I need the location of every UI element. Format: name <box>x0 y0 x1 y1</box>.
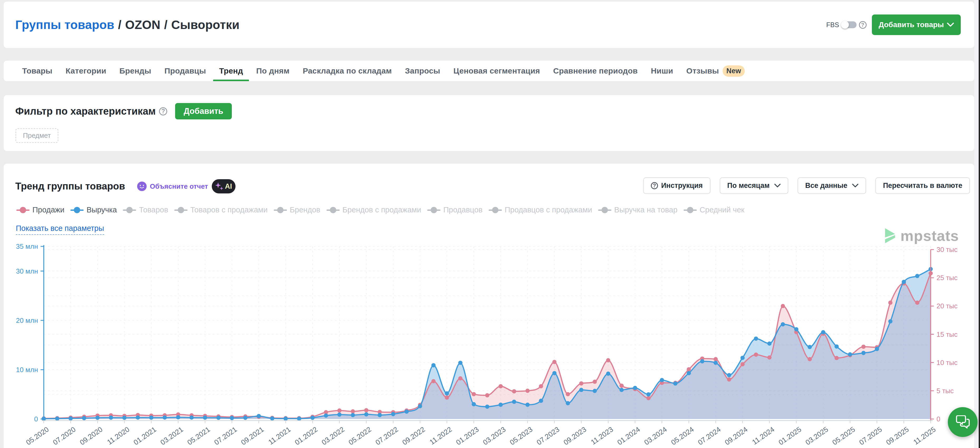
legend-marker <box>70 207 84 213</box>
breadcrumb: Группы товаров/OZON/Сыворотки <box>15 17 239 32</box>
tab-label: По дням <box>256 67 289 75</box>
trend-control-label: Инструкция <box>661 181 703 190</box>
svg-text:03.2021: 03.2021 <box>159 425 185 447</box>
sparkles-icon <box>215 182 224 191</box>
trend-control-2[interactable]: По месяцам <box>720 177 789 194</box>
legend-label: Продавцов с продажами <box>505 205 592 214</box>
tab-11[interactable]: Ниши <box>644 60 679 81</box>
filter-chip-subject[interactable]: Предмет <box>16 128 58 143</box>
tab-3[interactable]: Бренды <box>113 60 158 81</box>
fbs-toggle[interactable] <box>841 21 857 28</box>
svg-text:25 тыс: 25 тыс <box>937 274 958 282</box>
help-icon: ? <box>651 182 658 189</box>
legend-item-10[interactable]: Средний чек <box>684 205 745 214</box>
legend-item-3[interactable]: Товаров <box>123 205 168 214</box>
svg-text:03.2022: 03.2022 <box>320 425 346 447</box>
svg-text:30 млн: 30 млн <box>16 267 38 275</box>
tab-label: Продавцы <box>164 67 206 75</box>
svg-text:0: 0 <box>34 415 38 423</box>
chart-legend: ПродажиВыручкаТоваровТоваров с продажами… <box>16 205 955 214</box>
tab-6[interactable]: По дням <box>250 60 296 81</box>
svg-text:11.2020: 11.2020 <box>106 425 131 446</box>
chevron-down-icon <box>947 23 954 27</box>
legend-marker <box>123 207 136 213</box>
explain-report-link[interactable]: Объясните отчет <box>150 183 208 191</box>
fbs-toggle-knob <box>841 21 849 29</box>
svg-text:05.2024: 05.2024 <box>670 425 695 447</box>
legend-item-8[interactable]: Продавцов с продажами <box>489 205 592 214</box>
trend-control-1[interactable]: ?Инструкция <box>643 177 711 194</box>
assistant-smiley-icon[interactable] <box>137 181 146 191</box>
filter-help-icon[interactable]: ? <box>159 107 167 116</box>
breadcrumb-link-groups[interactable]: Группы товаров <box>15 18 115 32</box>
svg-text:01.2024: 01.2024 <box>616 425 641 447</box>
svg-text:09.2021: 09.2021 <box>240 425 265 447</box>
filter-add-button[interactable]: Добавить <box>175 103 232 119</box>
svg-text:35 млн: 35 млн <box>16 243 38 250</box>
fbs-label: FBS <box>826 21 839 29</box>
chevron-down-icon <box>774 184 781 187</box>
filter-title: Фильтр по характеристикам <box>15 106 156 117</box>
trend-control-3[interactable]: Все данные <box>797 177 866 194</box>
legend-label: Продавцов <box>443 205 483 214</box>
add-products-button[interactable]: Добавить товары <box>872 14 961 35</box>
legend-marker <box>174 207 188 213</box>
svg-text:07.2025: 07.2025 <box>858 425 883 447</box>
tab-label: Ниши <box>651 67 673 75</box>
legend-item-5[interactable]: Брендов <box>274 205 320 214</box>
svg-text:11.2023: 11.2023 <box>589 425 615 446</box>
legend-marker <box>598 207 611 213</box>
legend-marker <box>684 207 697 213</box>
scrollbar-edge <box>979 0 980 448</box>
svg-text:03.2024: 03.2024 <box>643 425 668 447</box>
tab-12[interactable]: ОтзывыNew <box>679 60 751 81</box>
ai-badge[interactable]: AI <box>212 179 235 194</box>
tab-2[interactable]: Категории <box>59 60 113 81</box>
svg-text:09.2025: 09.2025 <box>885 425 910 447</box>
legend-label: Товаров <box>139 205 168 214</box>
svg-text:05.2020: 05.2020 <box>24 425 50 447</box>
svg-text:07.2020: 07.2020 <box>51 425 77 447</box>
chevron-down-icon <box>852 184 858 187</box>
legend-item-1[interactable]: Продажи <box>16 205 64 214</box>
tab-label: Бренды <box>119 67 151 75</box>
trend-controls: ?ИнструкцияПо месяцамВсе данныеПересчита… <box>643 177 970 194</box>
legend-item-9[interactable]: Выручка на товар <box>598 205 678 214</box>
legend-item-2[interactable]: Выручка <box>70 205 117 214</box>
tab-4[interactable]: Продавцы <box>158 60 213 81</box>
svg-text:10 млн: 10 млн <box>16 366 38 374</box>
show-all-params-link[interactable]: Показать все параметры <box>16 224 104 235</box>
svg-text:01.2025: 01.2025 <box>777 425 803 447</box>
trend-control-label: Пересчитать в валюте <box>883 181 963 190</box>
tab-9[interactable]: Ценовая сегментация <box>447 60 546 81</box>
tab-label: Запросы <box>405 67 441 75</box>
trend-control-4[interactable]: Пересчитать в валюте <box>875 177 970 194</box>
legend-item-6[interactable]: Брендов с продажами <box>326 205 421 214</box>
legend-marker <box>427 207 441 213</box>
legend-item-7[interactable]: Продавцов <box>427 205 483 214</box>
trend-title: Тренд группы товаров <box>15 181 125 192</box>
fbs-help-icon[interactable]: ? <box>859 21 867 29</box>
svg-text:07.2022: 07.2022 <box>374 425 399 447</box>
svg-text:30 тыс: 30 тыс <box>937 246 958 254</box>
svg-text:11.2021: 11.2021 <box>267 425 292 446</box>
svg-text:05.2023: 05.2023 <box>509 425 534 447</box>
svg-text:07.2021: 07.2021 <box>213 425 239 447</box>
svg-text:05.2021: 05.2021 <box>186 425 212 447</box>
tab-5[interactable]: Тренд <box>213 60 250 81</box>
trend-chart[interactable]: 010 млн20 млн30 млн35 млн05 тыс10 тыс15 … <box>4 237 974 448</box>
chat-fab-button[interactable] <box>948 407 978 437</box>
tab-new-badge: New <box>722 65 745 77</box>
legend-item-4[interactable]: Товаров с продажами <box>174 205 268 214</box>
tab-10[interactable]: Сравнение периодов <box>547 60 644 81</box>
svg-text:0: 0 <box>937 415 940 423</box>
scrollbar-track[interactable] <box>974 0 980 448</box>
tab-8[interactable]: Запросы <box>398 60 447 81</box>
legend-label: Выручка <box>86 205 117 214</box>
legend-label: Брендов <box>290 205 320 214</box>
legend-marker <box>326 207 340 213</box>
tab-7[interactable]: Раскладка по складам <box>296 60 398 81</box>
tab-label: Ценовая сегментация <box>453 67 540 75</box>
tab-1[interactable]: Товары <box>16 60 59 81</box>
legend-label: Товаров с продажами <box>191 205 268 214</box>
